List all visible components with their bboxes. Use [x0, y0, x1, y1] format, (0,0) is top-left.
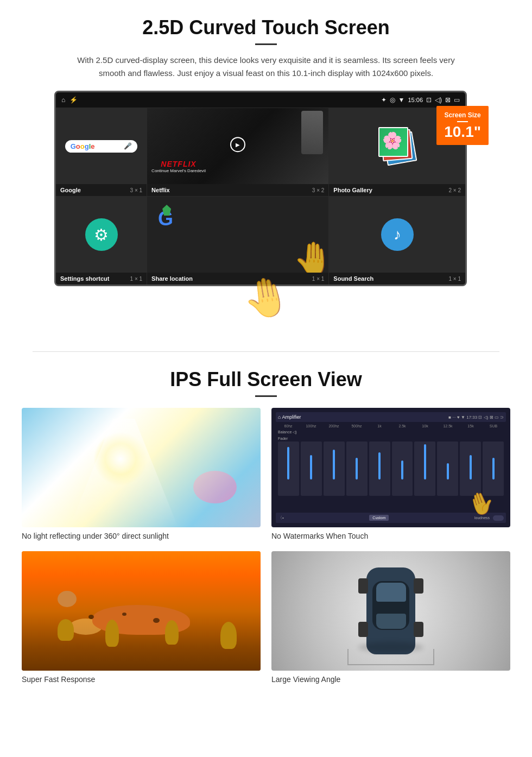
settings-bg: ⚙ [56, 197, 147, 273]
sunlight-visual [22, 408, 261, 527]
photo-app-label: Photo Gallery [333, 187, 372, 193]
google-search-bar[interactable]: Google 🎤 [65, 140, 138, 153]
photo-label-row: Photo Gallery 2 × 2 [329, 184, 465, 196]
photo-card-3: 🌸 [378, 127, 408, 157]
amp-freq-2k5: 2.5k [392, 424, 413, 428]
usb-icon: ⚡ [69, 96, 78, 104]
amp-slider-2 [301, 441, 322, 496]
screen-size-badge: Screen Size 10.1" [436, 106, 489, 145]
app-grid: Google 🎤 Google 3 × 1 [56, 108, 465, 285]
light-ray [69, 419, 178, 527]
amp-slider-5 [369, 441, 390, 496]
wheel-front-right [414, 578, 423, 594]
sunlight-image [22, 408, 261, 527]
settings-cell-inner: ⚙ [56, 197, 147, 273]
mic-icon: 🎤 [124, 142, 132, 150]
amp-freq-15k: 15k [460, 424, 481, 428]
cheetah-leg-fl [58, 619, 74, 641]
amp-custom-button[interactable]: Custom [369, 515, 389, 521]
amp-status: ■ ··· ♥ ▼ 17:33 ⊡ ◁) ⊠ ▭ ⊃ [448, 415, 504, 420]
settings-icon-circle: ⚙ [85, 218, 118, 251]
netflix-app-label: Netflix [151, 187, 170, 193]
app-row-2: ⚙ Settings shortcut 1 × 1 [56, 196, 465, 285]
amp-balance-label: Balance ◁) [276, 429, 506, 436]
app-cell-netflix[interactable]: ▶ NETFLIX Continue Marvel's Daredevil Ne… [147, 108, 329, 196]
netflix-app-size: 3 × 2 [312, 187, 325, 193]
car-visual [271, 551, 510, 671]
feature-cheetah: Super Fast Response [22, 551, 261, 684]
section-ips: IPS Full Screen View No light reflecting… [0, 352, 532, 695]
car-image [271, 551, 510, 671]
music-note-icon: ♪ [394, 226, 401, 243]
feature-car: Large Viewing Angle [271, 551, 510, 684]
gear-icon: ⚙ [94, 225, 109, 244]
status-bar-left: ⌂ ⚡ [61, 96, 78, 104]
amp-slider-7 [414, 441, 435, 496]
amp-controls: Balance ◁) Fader [276, 429, 506, 510]
section2-title: IPS Full Screen View [22, 368, 510, 391]
spot-3 [153, 618, 160, 623]
cheetah-label: Super Fast Response [22, 675, 261, 684]
feature-grid: No light reflecting under 360° direct su… [22, 408, 510, 684]
amp-freq-100: 100hz [301, 424, 321, 428]
time-display: 15:06 [408, 97, 423, 103]
pink-accent [193, 471, 237, 503]
sound-cell-inner: ♪ [329, 197, 465, 273]
amp-slider-3 [324, 441, 345, 496]
play-button[interactable]: ▶ [230, 137, 245, 152]
cheetah-leg-rl [165, 620, 179, 645]
close-icon: ⊠ [445, 96, 451, 104]
app-cell-sound[interactable]: ♪ Sound Search 1 × 1 [329, 197, 465, 285]
section2-title-underline [255, 395, 277, 397]
netflix-person [301, 111, 323, 154]
section-curved: 2.5D Curved Touch Screen With 2.5D curve… [0, 0, 532, 330]
google-bg: Google 🎤 [56, 108, 147, 184]
app-cell-google[interactable]: Google 🎤 Google 3 × 1 [56, 108, 147, 196]
wifi-icon: ▼ [398, 96, 405, 104]
amp-freq-12k5: 12.5k [438, 424, 458, 428]
netflix-logo-text: NETFLIX [151, 160, 206, 168]
map-pin-icon [162, 205, 171, 216]
amp-toggle[interactable] [493, 515, 504, 521]
google-logo: Google [71, 142, 95, 150]
app-cell-settings[interactable]: ⚙ Settings shortcut 1 × 1 [56, 197, 147, 285]
feature-watermark: ⌂ Amplifier ■ ··· ♥ ▼ 17:33 ⊡ ◁) ⊠ ▭ ⊃ 6… [271, 408, 510, 540]
amp-freq-1k: 1k [369, 424, 390, 428]
badge-title: Screen Size [444, 111, 481, 119]
amp-sliders [276, 441, 506, 496]
amplifier-image: ⌂ Amplifier ■ ··· ♥ ▼ 17:33 ⊡ ◁) ⊠ ▭ ⊃ 6… [271, 408, 510, 527]
status-bar-right: ✦ ◎ ▼ 15:06 ⊡ ◁) ⊠ ▭ [381, 96, 460, 104]
section1-desc: With 2.5D curved-display screen, this de… [76, 54, 456, 80]
minimize-icon: ▭ [454, 96, 460, 104]
amp-slider-1 [278, 441, 299, 496]
amp-fader-label: Fader [276, 436, 506, 441]
location-icon: ◎ [390, 96, 395, 104]
google-app-size: 3 × 1 [130, 187, 143, 193]
watermark-label: No Watermarks When Touch [271, 532, 510, 540]
hand-pointing-icon: 🤚 [293, 239, 328, 273]
device-screen: ⌂ ⚡ ✦ ◎ ▼ 15:06 ⊡ ◁) ⊠ ▭ [54, 91, 467, 286]
netflix-cell-inner: ▶ NETFLIX Continue Marvel's Daredevil [147, 108, 328, 184]
amp-freq-sub: SUB [483, 424, 504, 428]
amp-slider-4 [346, 441, 368, 496]
amp-nav-icon: 〈• [278, 515, 284, 521]
spot-2 [122, 613, 126, 616]
wheel-front-left [358, 578, 368, 594]
car-rear-window [376, 614, 406, 629]
amp-freq-200: 200hz [324, 424, 344, 428]
share-bg: G 🤚 [147, 197, 328, 273]
app-cell-share[interactable]: G 🤚 Share location 1 × 1 [147, 197, 329, 285]
amp-labels: 60hz 100hz 200hz 500hz 1k 2.5k 10k 12.5k… [276, 424, 506, 428]
volume-icon: ◁) [435, 96, 442, 104]
camera-icon: ⊡ [426, 96, 432, 104]
badge-size: 10.1" [444, 123, 481, 140]
hand-touch-icon: 🤚 [239, 272, 293, 324]
wheel-rear-left [358, 622, 368, 637]
cheetah-image [22, 551, 261, 671]
bluetooth-icon: ✦ [381, 96, 387, 104]
cheetah-leg-fr [105, 620, 119, 647]
google-cell-inner: Google 🎤 [56, 108, 147, 184]
share-cell-inner: G 🤚 [147, 197, 328, 273]
amp-header: ⌂ Amplifier ■ ··· ♥ ▼ 17:33 ⊡ ◁) ⊠ ▭ ⊃ [276, 412, 506, 422]
netflix-label-row: Netflix 3 × 2 [147, 184, 328, 196]
